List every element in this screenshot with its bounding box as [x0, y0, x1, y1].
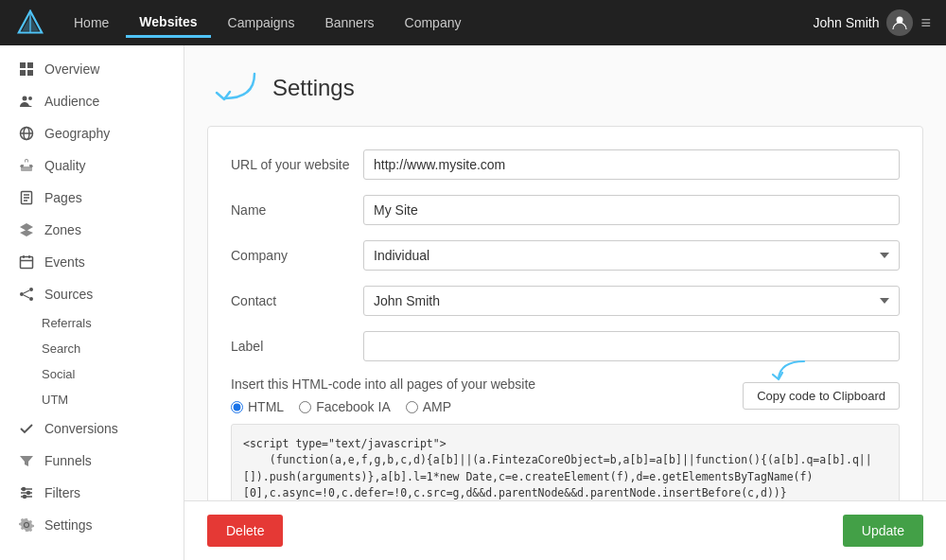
name-label: Name [231, 202, 363, 218]
svg-point-31 [27, 492, 30, 495]
svg-line-25 [24, 290, 29, 293]
sidebar-label-filters: Filters [44, 485, 80, 500]
sidebar-item-filters[interactable]: Filters [0, 477, 184, 509]
radio-facebook-label[interactable]: Facebook IA [299, 399, 391, 414]
topnav: Home Websites Campaigns Banners Company … [0, 0, 946, 45]
sidebar-item-events[interactable]: Events [0, 246, 184, 278]
sidebar-item-audience[interactable]: Audience [0, 85, 184, 117]
code-box: <script type="text/javascript"> (functio… [231, 424, 900, 500]
svg-point-9 [28, 96, 32, 100]
calendar-icon [18, 254, 35, 271]
contact-select[interactable]: John Smith [363, 286, 900, 316]
sidebar-label-audience: Audience [44, 94, 99, 109]
globe-icon [18, 125, 35, 142]
form-row-company: Company Individual [231, 240, 900, 271]
label-label: Label [231, 339, 363, 354]
html-description: Insert this HTML-code into all pages of … [231, 376, 535, 392]
svg-point-30 [23, 488, 26, 491]
html-section-header: Insert this HTML-code into all pages of … [231, 376, 900, 414]
back-arrow-icon [207, 68, 259, 107]
sidebar-item-zones[interactable]: Zones [0, 214, 184, 246]
sidebar-sub-label-utm: UTM [42, 393, 68, 407]
sidebar-item-geography[interactable]: Geography [0, 117, 184, 149]
sidebar-sub-label-referrals: Referrals [42, 316, 92, 330]
sidebar-item-overview[interactable]: Overview [0, 53, 184, 85]
topnav-links: Home Websites Campaigns Banners Company [61, 9, 813, 38]
svg-rect-13 [21, 166, 32, 171]
sliders-icon [18, 484, 35, 501]
form-row-contact: Contact John Smith [231, 286, 900, 316]
sidebar-sub-utm[interactable]: UTM [0, 387, 184, 412]
sidebar-item-sources[interactable]: Sources [0, 278, 184, 310]
layers-icon [18, 221, 35, 238]
sidebar-label-zones: Zones [44, 222, 81, 237]
radio-amp-text: AMP [423, 399, 451, 414]
url-input[interactable] [363, 149, 900, 180]
topnav-campaigns[interactable]: Campaigns [215, 9, 308, 36]
url-label: URL of your website [231, 157, 363, 172]
radio-html-label[interactable]: HTML [231, 399, 284, 414]
sidebar-label-geography: Geography [44, 126, 110, 141]
sidebar-sub-search[interactable]: Search [0, 336, 184, 361]
topnav-menu-icon[interactable]: ≡ [920, 13, 931, 33]
topnav-company[interactable]: Company [392, 9, 475, 36]
filter-icon [18, 452, 35, 469]
svg-rect-6 [20, 70, 26, 76]
main-content: Settings URL of your website Name Compan… [184, 45, 946, 500]
radio-amp-label[interactable]: AMP [406, 399, 451, 414]
layout: Overview Audience Geography Quality Page… [0, 45, 946, 560]
puzzle-icon [18, 157, 35, 174]
radio-group: HTML Facebook IA AMP [231, 399, 535, 414]
topnav-banners[interactable]: Banners [311, 9, 387, 36]
topnav-home[interactable]: Home [61, 9, 122, 36]
sidebar-item-quality[interactable]: Quality [0, 149, 184, 182]
sidebar-item-settings[interactable]: Settings [0, 509, 184, 541]
update-button[interactable]: Update [843, 515, 923, 547]
sidebar-label-sources: Sources [44, 287, 93, 302]
user-avatar [886, 9, 913, 36]
sidebar-label-pages: Pages [44, 190, 82, 205]
copy-clipboard-button[interactable]: Copy code to Clipboard [743, 382, 900, 410]
svg-point-23 [29, 297, 33, 301]
page-header: Settings [207, 68, 923, 107]
user-menu[interactable]: John Smith ≡ [813, 9, 931, 36]
copy-btn-wrapper: Copy code to Clipboard [743, 382, 900, 410]
sidebar-sub-social[interactable]: Social [0, 361, 184, 387]
sidebar-sub-label-search: Search [42, 341, 80, 356]
radio-facebook-input[interactable] [299, 401, 311, 413]
contact-label: Contact [231, 293, 363, 308]
sidebar-item-funnels[interactable]: Funnels [0, 445, 184, 477]
svg-point-24 [20, 292, 24, 296]
action-bar: Delete Update [184, 500, 946, 560]
sidebar-sub-label-social: Social [42, 367, 75, 381]
sidebar: Overview Audience Geography Quality Page… [0, 45, 184, 560]
html-section: Insert this HTML-code into all pages of … [231, 376, 900, 500]
company-select[interactable]: Individual [363, 240, 900, 271]
check-icon [18, 420, 35, 437]
radio-html-input[interactable] [231, 401, 243, 413]
people-icon [18, 93, 35, 110]
svg-rect-5 [27, 62, 33, 68]
name-input[interactable] [363, 195, 900, 225]
share-icon [18, 286, 35, 303]
sidebar-label-overview: Overview [44, 61, 99, 77]
sidebar-label-settings: Settings [44, 517, 93, 533]
radio-html-text: HTML [248, 399, 284, 414]
logo[interactable] [15, 8, 45, 38]
svg-line-26 [24, 295, 29, 298]
svg-rect-4 [20, 62, 26, 68]
label-input[interactable] [363, 331, 900, 361]
page-title: Settings [272, 75, 355, 101]
svg-rect-18 [21, 257, 33, 269]
form-row-name: Name [231, 195, 900, 225]
sidebar-item-pages[interactable]: Pages [0, 182, 184, 214]
sidebar-label-quality: Quality [44, 158, 86, 173]
topnav-websites[interactable]: Websites [126, 9, 210, 38]
delete-button[interactable]: Delete [207, 515, 283, 547]
sidebar-item-conversions[interactable]: Conversions [0, 412, 184, 445]
radio-amp-input[interactable] [406, 401, 418, 413]
sidebar-label-events: Events [44, 254, 85, 270]
sidebar-sub-referrals[interactable]: Referrals [0, 310, 184, 336]
svg-point-32 [24, 496, 26, 499]
svg-rect-7 [27, 70, 33, 76]
